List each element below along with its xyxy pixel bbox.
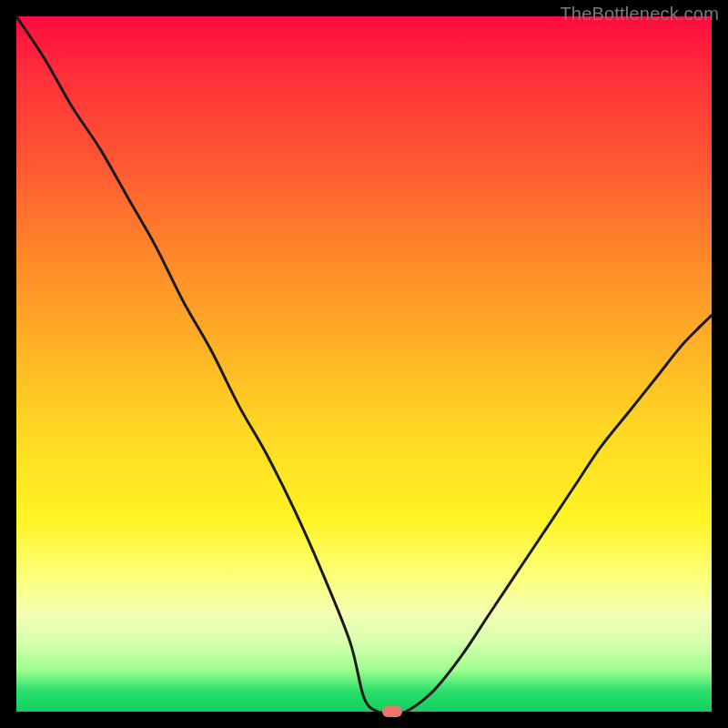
watermark-text: TheBottleneck.com	[560, 4, 719, 25]
bottleneck-curve	[16, 16, 712, 712]
plot-area	[16, 16, 712, 712]
optimal-point-marker	[382, 706, 402, 717]
chart-frame: TheBottleneck.com	[0, 0, 728, 728]
curve-path	[16, 16, 712, 712]
